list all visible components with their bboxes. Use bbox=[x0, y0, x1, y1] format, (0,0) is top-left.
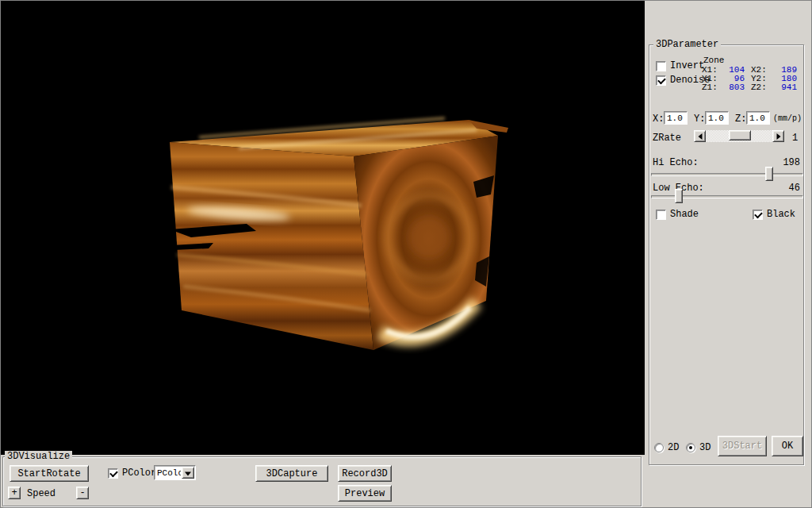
zrate-scroll-thumb[interactable] bbox=[729, 130, 752, 140]
zrate-scroll-left-button[interactable] bbox=[694, 130, 706, 142]
visualize-groupbox-title: 3DVisualize bbox=[5, 451, 72, 462]
zone-z1-value: 803 bbox=[716, 83, 745, 92]
low-echo-slider-thumb[interactable] bbox=[675, 189, 683, 203]
hi-echo-slider-thumb[interactable] bbox=[765, 167, 773, 181]
zrate-scrollbar[interactable] bbox=[694, 130, 784, 142]
ok-button[interactable]: OK bbox=[772, 436, 803, 456]
mode-3d-radio-label: 3D bbox=[699, 442, 710, 453]
hi-echo-slider[interactable] bbox=[651, 166, 803, 182]
zrate-label: ZRate bbox=[653, 133, 681, 144]
mode-2d-radio-circle bbox=[654, 443, 664, 452]
zone-values: X1: 104 X2: 189 Y1: 96 Y2: 180 Z1: 803 Z… bbox=[702, 66, 805, 92]
visualize-groupbox: 3DVisualize StartRotate PColor PColor 3D… bbox=[2, 456, 642, 506]
start-rotate-button[interactable]: StartRotate bbox=[10, 465, 89, 482]
start3d-button[interactable]: 3DStart bbox=[718, 436, 767, 456]
mode-2d-radio[interactable]: 2D bbox=[654, 442, 679, 453]
scale-x-label: X: bbox=[653, 114, 664, 125]
invert-checkbox-box bbox=[656, 61, 666, 71]
invert-checkbox-label: Invert bbox=[670, 60, 704, 71]
speed-minus-button[interactable]: - bbox=[76, 487, 89, 499]
visualize-panel: 3DVisualize StartRotate PColor PColor 3D… bbox=[1, 455, 645, 508]
app-window: 3DParameter Invert Denoise Zone X1: 104 … bbox=[0, 0, 812, 508]
zone-label: Zone bbox=[703, 56, 724, 65]
mode-3d-radio[interactable]: 3D bbox=[686, 442, 710, 453]
scale-z-input[interactable] bbox=[746, 111, 770, 125]
parameter-groupbox: 3DParameter Invert Denoise Zone X1: 104 … bbox=[649, 44, 804, 465]
zone-row-z: Z1: 803 Z2: 941 bbox=[702, 83, 805, 92]
volume-render bbox=[1, 1, 645, 455]
parameter-groupbox-title: 3DParameter bbox=[653, 39, 721, 50]
scale-unit-label: (mm/p) bbox=[773, 114, 802, 123]
pcolor-checkbox-label: PColor bbox=[122, 468, 156, 479]
preview-button[interactable]: Preview bbox=[338, 485, 392, 502]
pcolor-checkbox[interactable]: PColor bbox=[108, 468, 156, 479]
shade-checkbox-box bbox=[656, 210, 666, 220]
parameter-panel: 3DParameter Invert Denoise Zone X1: 104 … bbox=[645, 1, 812, 508]
arrow-right-icon bbox=[776, 133, 780, 140]
denoise-checkbox-box bbox=[656, 75, 666, 86]
3d-viewport[interactable] bbox=[1, 1, 645, 455]
speed-label: Speed bbox=[27, 488, 56, 499]
black-checkbox-label: Black bbox=[767, 209, 795, 220]
capture3d-button[interactable]: 3DCapture bbox=[255, 465, 328, 482]
black-checkbox[interactable]: Black bbox=[753, 209, 795, 220]
zrate-scroll-right-button[interactable] bbox=[772, 130, 784, 142]
pcolor-dropdown-value: PColor bbox=[155, 468, 181, 478]
scale-x-input[interactable] bbox=[664, 111, 688, 125]
chevron-down-icon bbox=[185, 471, 191, 475]
black-checkbox-box bbox=[753, 210, 763, 220]
mode-2d-radio-label: 2D bbox=[668, 442, 679, 453]
mode-3d-radio-circle bbox=[686, 443, 695, 452]
speed-plus-button[interactable]: + bbox=[8, 487, 21, 499]
scale-y-label: Y: bbox=[694, 114, 705, 125]
scale-z-label: Z: bbox=[735, 114, 746, 125]
pcolor-dropdown-button[interactable] bbox=[182, 467, 194, 479]
pcolor-dropdown[interactable]: PColor bbox=[154, 465, 196, 480]
shade-checkbox-label: Shade bbox=[670, 209, 699, 220]
zone-z1-label: Z1: bbox=[702, 83, 718, 92]
arrow-left-icon bbox=[698, 133, 702, 140]
scale-y-input[interactable] bbox=[705, 111, 729, 125]
zrate-scroll-track[interactable] bbox=[706, 130, 772, 142]
invert-checkbox[interactable]: Invert bbox=[656, 60, 704, 71]
record3d-button[interactable]: Record3D bbox=[338, 465, 392, 482]
zone-z2-label: Z2: bbox=[751, 83, 767, 92]
zrate-value: 1 bbox=[792, 133, 798, 144]
hi-echo-slider-track[interactable] bbox=[651, 173, 803, 176]
pcolor-checkbox-box bbox=[108, 468, 118, 479]
zone-z2-value: 941 bbox=[767, 83, 797, 92]
low-echo-slider[interactable] bbox=[651, 188, 803, 204]
shade-checkbox[interactable]: Shade bbox=[656, 209, 699, 220]
